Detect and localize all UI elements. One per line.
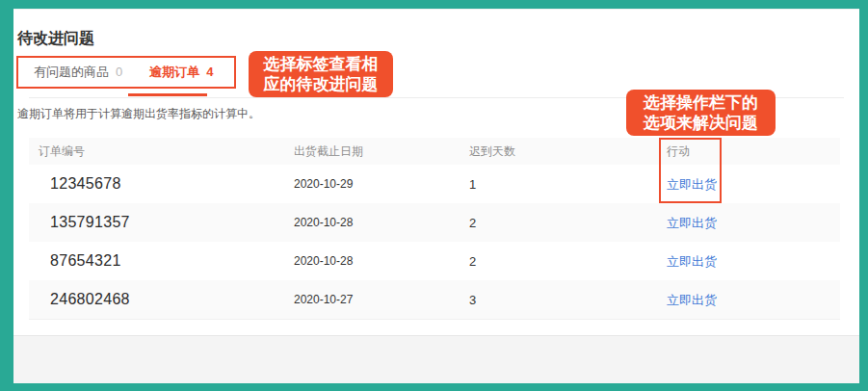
issues-card: 待改进问题 有问题的商品0 逾期订单4 选择标签查看相 应的待改进问题 逾期订单…	[13, 9, 859, 335]
active-tab-underline	[128, 93, 207, 96]
action-cell: 立即出货	[657, 291, 840, 309]
order-id-cell: 87654321	[29, 252, 284, 270]
page-background: 待改进问题 有问题的商品0 逾期订单4 选择标签查看相 应的待改进问题 逾期订单…	[13, 9, 859, 383]
table-row: 135791357 2020-10-28 2 立即出货	[29, 203, 840, 242]
page-title: 待改进问题	[17, 29, 94, 49]
annotation-callout-tabs-line2: 应的待改进问题	[249, 74, 393, 94]
annotation-callout-action: 选择操作栏下的 选项来解决问题	[626, 90, 776, 136]
ship-deadline-cell: 2020-10-28	[284, 254, 460, 268]
order-id-cell: 246802468	[29, 291, 284, 308]
action-cell: 立即出货	[657, 252, 840, 271]
table-row: 87654321 2020-10-28 2 立即出货	[29, 242, 840, 280]
order-id-cell: 12345678	[29, 175, 284, 193]
ship-now-link[interactable]: 立即出货	[667, 254, 717, 269]
days-late-cell: 1	[460, 177, 657, 192]
annotation-callout-tabs: 选择标签查看相 应的待改进问题	[249, 51, 393, 97]
table-row: 246802468 2020-10-27 3 立即出货	[29, 280, 840, 319]
ship-deadline-cell: 2020-10-29	[284, 177, 460, 191]
annotation-highlight-action	[659, 138, 722, 203]
ship-now-link[interactable]: 立即出货	[667, 216, 717, 230]
annotation-callout-tabs-line1: 选择标签查看相	[249, 54, 393, 74]
ship-now-link[interactable]: 立即出货	[667, 293, 717, 307]
days-late-cell: 3	[460, 293, 657, 307]
column-header-ship-deadline: 出货截止日期	[284, 143, 460, 160]
annotation-callout-action-line1: 选择操作栏下的	[626, 92, 776, 113]
action-cell: 立即出货	[657, 214, 840, 232]
column-header-days-late: 迟到天数	[460, 143, 657, 160]
days-late-cell: 2	[460, 254, 657, 269]
annotation-highlight-tabs	[16, 56, 236, 89]
teal-frame: 待改进问题 有问题的商品0 逾期订单4 选择标签查看相 应的待改进问题 逾期订单…	[0, 0, 868, 391]
order-id-cell: 135791357	[29, 214, 284, 231]
column-header-order-id: 订单编号	[29, 143, 284, 160]
footer-area	[13, 335, 859, 383]
tab-description: 逾期订单将用于计算逾期出货率指标的计算中。	[17, 106, 260, 122]
ship-deadline-cell: 2020-10-28	[284, 216, 460, 229]
annotation-callout-action-line2: 选项来解决问题	[626, 113, 776, 133]
ship-deadline-cell: 2020-10-27	[284, 293, 460, 306]
days-late-cell: 2	[460, 216, 657, 230]
